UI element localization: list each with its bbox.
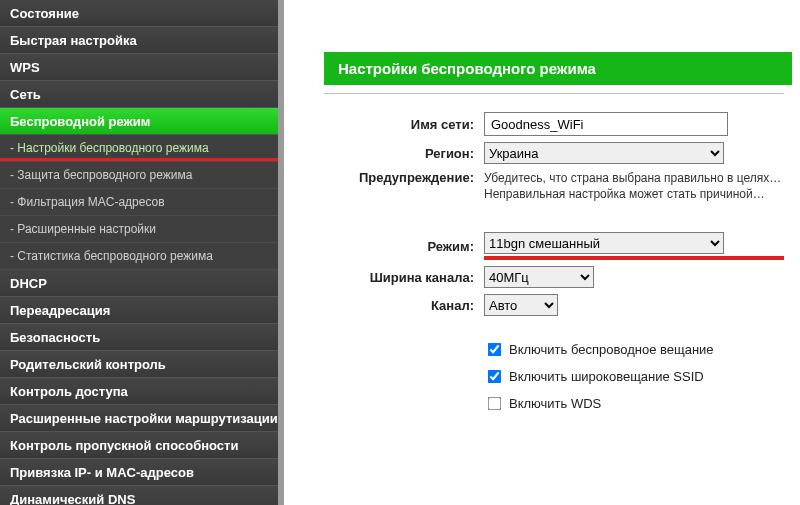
sidebar-item-2[interactable]: WPS xyxy=(0,54,278,81)
chk-enable-ssid-broadcast[interactable]: Включить широковещание SSID xyxy=(484,367,784,386)
sidebar-item-13[interactable]: Родительский контроль xyxy=(0,351,278,378)
chk-enable-ssid-broadcast-label: Включить широковещание SSID xyxy=(509,369,704,384)
sidebar-item-14[interactable]: Контроль доступа xyxy=(0,378,278,405)
chk-enable-wds-box[interactable] xyxy=(488,397,502,411)
chk-enable-wds[interactable]: Включить WDS xyxy=(484,394,784,413)
ssid-label: Имя сети: xyxy=(324,117,484,132)
row-warning: Предупреждение: Убедитесь, что страна вы… xyxy=(324,170,784,202)
sidebar-sub-8[interactable]: - Расширенные настройки xyxy=(0,216,278,243)
sidebar-label: - Настройки беспроводного режима xyxy=(10,141,209,155)
row-region: Регион: Украина xyxy=(324,142,784,164)
sidebar-label: Безопасность xyxy=(10,330,100,345)
channel-width-label: Ширина канала: xyxy=(324,270,484,285)
sidebar-sub-6[interactable]: - Защита беспроводного режима xyxy=(0,162,278,189)
sidebar-label: - Фильтрация MAC-адресов xyxy=(10,195,165,209)
checkbox-block: Включить беспроводное вещание Включить ш… xyxy=(484,340,784,413)
row-channel: Канал: Авто xyxy=(324,294,784,316)
chk-enable-wireless[interactable]: Включить беспроводное вещание xyxy=(484,340,784,359)
sidebar-label: WPS xyxy=(10,60,40,75)
sidebar-item-11[interactable]: Переадресация xyxy=(0,297,278,324)
warning-text: Убедитесь, что страна выбрана правильно … xyxy=(484,170,784,202)
panel-divider xyxy=(324,93,784,94)
sidebar-label: Родительский контроль xyxy=(10,357,166,372)
sidebar-item-18[interactable]: Динамический DNS xyxy=(0,486,278,505)
sidebar-item-1[interactable]: Быстрая настройка xyxy=(0,27,278,54)
channel-label: Канал: xyxy=(324,298,484,313)
row-mode: Режим: 11bgn смешанный xyxy=(324,232,784,260)
sidebar-item-17[interactable]: Привязка IP- и MAC-адресов xyxy=(0,459,278,486)
sidebar-label: Контроль доступа xyxy=(10,384,128,399)
region-label: Регион: xyxy=(324,146,484,161)
sidebar-label: DHCP xyxy=(10,276,47,291)
sidebar-label: Сеть xyxy=(10,87,41,102)
sidebar-label: Беспроводной режим xyxy=(10,114,150,129)
sidebar-item-15[interactable]: Расширенные настройки маршрутизации xyxy=(0,405,278,432)
sidebar-label: Привязка IP- и MAC-адресов xyxy=(10,465,194,480)
wireless-form: Имя сети: Регион: Украина Предупреждение… xyxy=(324,112,784,413)
sidebar-sub-7[interactable]: - Фильтрация MAC-адресов xyxy=(0,189,278,216)
sidebar-sub-5[interactable]: - Настройки беспроводного режима xyxy=(0,135,278,162)
mode-label: Режим: xyxy=(324,239,484,254)
chk-enable-wds-label: Включить WDS xyxy=(509,396,601,411)
sidebar-label: Контроль пропускной способности xyxy=(10,438,238,453)
panel-title: Настройки беспроводного режима xyxy=(324,52,792,85)
sidebar-sub-9[interactable]: - Статистика беспроводного режима xyxy=(0,243,278,270)
content: Настройки беспроводного режима Имя сети:… xyxy=(284,0,800,505)
sidebar-item-16[interactable]: Контроль пропускной способности xyxy=(0,432,278,459)
row-channel-width: Ширина канала: 40МГц xyxy=(324,266,784,288)
sidebar-label: Быстрая настройка xyxy=(10,33,137,48)
sidebar-item-12[interactable]: Безопасность xyxy=(0,324,278,351)
app: СостояниеБыстрая настройкаWPSСетьБеспров… xyxy=(0,0,800,505)
row-ssid: Имя сети: xyxy=(324,112,784,136)
sidebar-label: Расширенные настройки маршрутизации xyxy=(10,411,278,426)
ssid-input[interactable] xyxy=(484,112,728,136)
sidebar-label: Состояние xyxy=(10,6,79,21)
sidebar-item-3[interactable]: Сеть xyxy=(0,81,278,108)
sidebar-label: - Расширенные настройки xyxy=(10,222,156,236)
sidebar-label: - Статистика беспроводного режима xyxy=(10,249,213,263)
region-select[interactable]: Украина xyxy=(484,142,724,164)
chk-enable-wireless-label: Включить беспроводное вещание xyxy=(509,342,714,357)
sidebar-label: Динамический DNS xyxy=(10,492,135,506)
sidebar-item-10[interactable]: DHCP xyxy=(0,270,278,297)
channel-width-select[interactable]: 40МГц xyxy=(484,266,594,288)
mode-highlight xyxy=(484,256,784,260)
sidebar-item-4[interactable]: Беспроводной режим xyxy=(0,108,278,135)
warning-label: Предупреждение: xyxy=(324,170,484,202)
channel-select[interactable]: Авто xyxy=(484,294,558,316)
sidebar-label: Переадресация xyxy=(10,303,110,318)
sidebar-label: - Защита беспроводного режима xyxy=(10,168,192,182)
mode-select[interactable]: 11bgn смешанный xyxy=(484,232,724,254)
chk-enable-ssid-broadcast-box[interactable] xyxy=(488,370,502,384)
sidebar-item-0[interactable]: Состояние xyxy=(0,0,278,27)
chk-enable-wireless-box[interactable] xyxy=(488,343,502,357)
sidebar: СостояниеБыстрая настройкаWPSСетьБеспров… xyxy=(0,0,278,505)
